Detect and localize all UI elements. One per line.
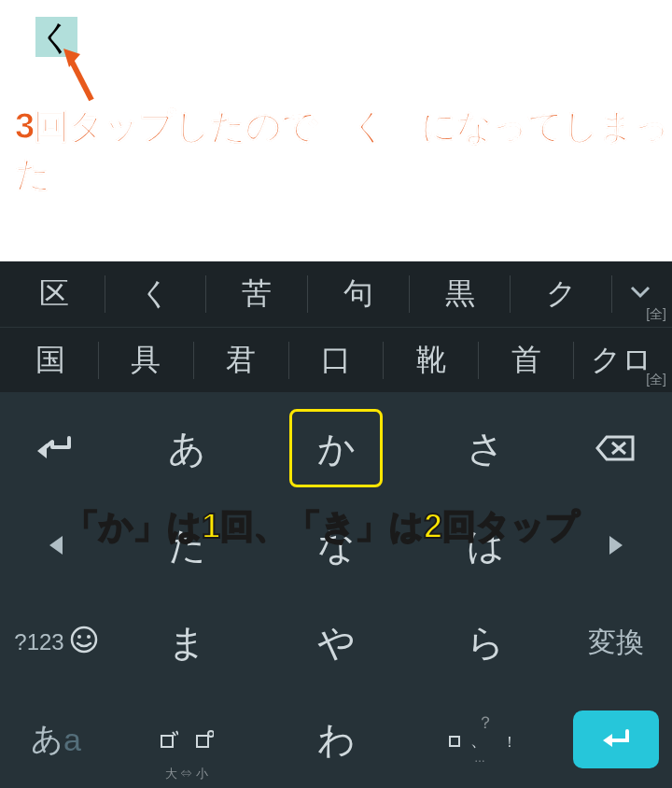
lang-jp-label: あ bbox=[31, 718, 63, 761]
svg-marker-16 bbox=[603, 734, 612, 747]
number-mode-label: ?123 bbox=[14, 629, 63, 655]
suggestion-row-1: 区 く 苦 句 黒 ク [全] bbox=[0, 261, 672, 327]
svg-point-7 bbox=[72, 627, 96, 652]
svg-point-8 bbox=[77, 635, 81, 639]
punct-question: ？ bbox=[477, 714, 494, 733]
size-toggle-label: 大 ⇔ 小 bbox=[165, 766, 208, 782]
undo-key[interactable] bbox=[0, 400, 112, 497]
key-grid: 「か」は1回、「き」は2回タップ あ か さ た な は bbox=[0, 392, 672, 788]
svg-point-14 bbox=[208, 731, 214, 737]
handakuten-square-icon bbox=[195, 730, 214, 749]
enter-icon bbox=[599, 727, 633, 752]
undo-arrow-icon bbox=[35, 434, 77, 462]
svg-rect-13 bbox=[197, 736, 208, 747]
expand-suggestions-button[interactable] bbox=[612, 286, 668, 303]
suggestion-item[interactable]: 君 bbox=[194, 340, 288, 381]
backspace-icon bbox=[595, 433, 637, 463]
annotation-text-keyboard: 「か」は1回、「き」は2回タップ bbox=[65, 504, 580, 550]
punct-main: 、 ！ bbox=[448, 732, 523, 751]
zenkaku-badge: [全] bbox=[646, 306, 666, 323]
triangle-left-icon bbox=[48, 534, 64, 556]
suggestion-item[interactable]: 黒 bbox=[410, 274, 511, 315]
kana-key-a[interactable]: あ bbox=[112, 400, 261, 497]
text-input-area[interactable]: く 3回タップしたので「く」になってしまった bbox=[0, 0, 672, 261]
suggestion-item[interactable]: 区 bbox=[4, 274, 105, 315]
dakuten-square-icon bbox=[160, 730, 178, 749]
svg-marker-6 bbox=[609, 536, 623, 555]
kana-key-ka[interactable]: か bbox=[261, 400, 411, 497]
emoji-icon bbox=[70, 626, 98, 660]
suggestion-item[interactable]: 具 bbox=[99, 340, 193, 381]
suggestion-item[interactable]: く bbox=[105, 274, 206, 315]
enter-key[interactable] bbox=[560, 691, 672, 788]
mode-number-key[interactable]: ?123 bbox=[0, 594, 112, 691]
suggestion-item[interactable]: 句 bbox=[308, 274, 409, 315]
lang-en-label: a bbox=[63, 722, 81, 758]
suggestion-row-2: 国 具 君 口 靴 首 クロ [全] bbox=[0, 327, 672, 392]
svg-rect-10 bbox=[161, 736, 173, 747]
suggestion-bar: 区 く 苦 句 黒 ク [全] 国 具 君 口 靴 bbox=[0, 261, 672, 392]
punct-ellipsis: … bbox=[474, 753, 497, 765]
ime-keyboard: 区 く 苦 句 黒 ク [全] 国 具 君 口 靴 bbox=[0, 261, 672, 788]
suggestion-item[interactable]: 苦 bbox=[206, 274, 307, 315]
svg-marker-2 bbox=[37, 443, 47, 458]
suggestion-item[interactable]: 首 bbox=[479, 340, 573, 381]
convert-key[interactable]: 変換 bbox=[560, 594, 672, 691]
language-switch-key[interactable]: あa bbox=[0, 691, 112, 788]
svg-marker-5 bbox=[49, 536, 63, 555]
triangle-right-icon bbox=[608, 534, 624, 556]
highlighted-key: か bbox=[289, 409, 383, 487]
dakuten-key[interactable]: 大 ⇔ 小 bbox=[112, 691, 261, 788]
suggestion-item[interactable]: 国 bbox=[4, 340, 98, 381]
chevron-down-icon bbox=[630, 286, 651, 299]
svg-point-9 bbox=[87, 635, 91, 639]
dakuten-symbols bbox=[160, 730, 214, 749]
kana-key-ma[interactable]: ま bbox=[112, 594, 261, 691]
kana-key-ra[interactable]: ら bbox=[411, 594, 560, 691]
kana-key-ya[interactable]: や bbox=[261, 594, 411, 691]
suggestion-item[interactable]: 靴 bbox=[384, 340, 478, 381]
svg-line-0 bbox=[71, 60, 91, 100]
zenkaku-badge: [全] bbox=[646, 372, 666, 388]
annotation-text-top: 3回タップしたので「く」になってしまった bbox=[15, 103, 672, 198]
kana-key-wa[interactable]: わ bbox=[261, 691, 411, 788]
punctuation-key[interactable]: ？ 、 ！ … bbox=[411, 691, 560, 788]
suggestion-item[interactable]: 口 bbox=[289, 340, 384, 381]
kana-key-sa[interactable]: さ bbox=[411, 400, 560, 497]
backspace-key[interactable] bbox=[560, 400, 672, 497]
svg-line-12 bbox=[176, 731, 178, 735]
cursor-character: く bbox=[35, 17, 77, 57]
suggestion-item[interactable]: ク bbox=[511, 274, 611, 315]
small-square-icon bbox=[448, 735, 461, 748]
svg-rect-15 bbox=[450, 737, 459, 746]
